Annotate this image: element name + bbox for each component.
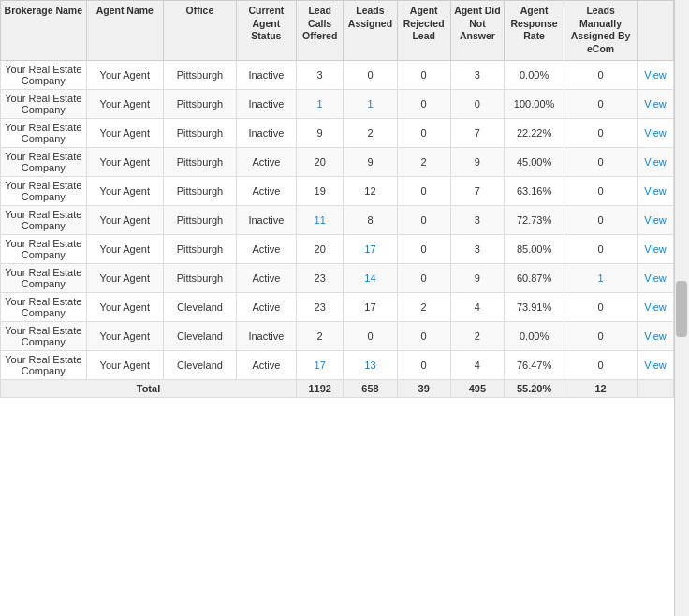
cell-office: Pittsburgh xyxy=(164,205,237,234)
manual-link[interactable]: 1 xyxy=(598,272,604,284)
assigned-link[interactable]: 14 xyxy=(364,272,375,284)
col-header-agent: Agent Name xyxy=(86,1,163,61)
cell-status: Active xyxy=(236,350,296,379)
view-link[interactable]: View xyxy=(644,243,667,255)
cell-view[interactable]: View xyxy=(637,205,673,234)
view-link[interactable]: View xyxy=(644,272,667,284)
cell-manual: 0 xyxy=(564,60,638,89)
cell-response: 63.16% xyxy=(505,176,564,205)
cell-view[interactable]: View xyxy=(637,176,673,205)
view-link[interactable]: View xyxy=(644,214,667,226)
cell-noanswer: 0 xyxy=(450,89,504,118)
cell-noanswer: 3 xyxy=(450,234,504,263)
col-header-view xyxy=(637,1,673,61)
header-row: Brokerage Name Agent Name Office Current… xyxy=(1,1,674,61)
assigned-link[interactable]: 13 xyxy=(364,359,375,371)
cell-calls: 2 xyxy=(296,321,343,350)
cell-noanswer: 3 xyxy=(450,205,504,234)
col-header-noanswer: Agent Did Not Answer xyxy=(450,1,504,61)
assigned-link[interactable]: 1 xyxy=(367,98,373,110)
view-link[interactable]: View xyxy=(644,301,667,313)
cell-manual: 1 xyxy=(564,263,638,292)
cell-response: 100.00% xyxy=(505,89,564,118)
cell-response: 72.73% xyxy=(505,205,564,234)
cell-calls: 3 xyxy=(296,60,343,89)
cell-noanswer: 7 xyxy=(450,118,504,147)
cell-brokerage: Your Real Estate Company xyxy=(1,60,87,89)
table-row: Your Real Estate Company Your Agent Pitt… xyxy=(1,234,674,263)
cell-agent: Your Agent xyxy=(86,321,163,350)
assigned-link[interactable]: 17 xyxy=(364,243,375,255)
cell-view[interactable]: View xyxy=(637,60,673,89)
cell-assigned: 17 xyxy=(344,292,397,321)
col-header-rejected: Agent Rejected Lead xyxy=(397,1,450,61)
col-header-status: Current Agent Status xyxy=(236,1,296,61)
cell-response: 85.00% xyxy=(505,234,564,263)
view-link[interactable]: View xyxy=(644,98,667,110)
cell-calls: 23 xyxy=(296,292,343,321)
cell-view[interactable]: View xyxy=(637,118,673,147)
table-row: Your Real Estate Company Your Agent Pitt… xyxy=(1,60,674,89)
cell-office: Cleveland xyxy=(164,292,237,321)
cell-assigned: 2 xyxy=(344,118,397,147)
col-header-brokerage: Brokerage Name xyxy=(1,1,87,61)
cell-assigned: 14 xyxy=(344,263,397,292)
view-link[interactable]: View xyxy=(644,69,667,81)
cell-agent: Your Agent xyxy=(86,350,163,379)
view-link[interactable]: View xyxy=(644,359,667,371)
scrollbar[interactable] xyxy=(674,0,689,616)
cell-view[interactable]: View xyxy=(637,89,673,118)
cell-calls: 9 xyxy=(296,118,343,147)
col-header-office: Office xyxy=(164,1,237,61)
cell-manual: 0 xyxy=(564,292,638,321)
col-header-manual: Leads Manually Assigned By eCom xyxy=(564,1,638,61)
main-container: Brokerage Name Agent Name Office Current… xyxy=(0,0,689,616)
cell-agent: Your Agent xyxy=(86,89,163,118)
total-assigned: 658 xyxy=(344,379,397,397)
cell-response: 22.22% xyxy=(505,118,564,147)
cell-status: Active xyxy=(236,176,296,205)
cell-rejected: 0 xyxy=(397,263,450,292)
cell-status: Active xyxy=(236,234,296,263)
table-row: Your Real Estate Company Your Agent Pitt… xyxy=(1,205,674,234)
cell-view[interactable]: View xyxy=(637,350,673,379)
cell-agent: Your Agent xyxy=(86,234,163,263)
col-header-calls: Lead Calls Offered xyxy=(296,1,343,61)
calls-link[interactable]: 1 xyxy=(317,98,323,110)
cell-calls: 20 xyxy=(296,147,343,176)
cell-office: Pittsburgh xyxy=(164,147,237,176)
view-link[interactable]: View xyxy=(644,330,667,342)
cell-view[interactable]: View xyxy=(637,234,673,263)
view-link[interactable]: View xyxy=(644,185,667,197)
total-noanswer: 495 xyxy=(450,379,504,397)
table-row: Your Real Estate Company Your Agent Pitt… xyxy=(1,176,674,205)
cell-rejected: 0 xyxy=(397,60,450,89)
cell-view[interactable]: View xyxy=(637,292,673,321)
table-row: Your Real Estate Company Your Agent Clev… xyxy=(1,292,674,321)
calls-link[interactable]: 17 xyxy=(315,359,326,371)
cell-assigned: 13 xyxy=(344,350,397,379)
cell-brokerage: Your Real Estate Company xyxy=(1,205,87,234)
calls-link[interactable]: 11 xyxy=(315,214,326,226)
cell-noanswer: 4 xyxy=(450,350,504,379)
cell-agent: Your Agent xyxy=(86,118,163,147)
cell-response: 45.00% xyxy=(505,147,564,176)
view-link[interactable]: View xyxy=(644,127,667,139)
total-calls: 1192 xyxy=(296,379,343,397)
total-view-empty xyxy=(637,379,673,397)
scrollbar-thumb[interactable] xyxy=(676,281,687,337)
cell-calls: 19 xyxy=(296,176,343,205)
totals-row: Total 1192 658 39 495 55.20% 12 xyxy=(1,379,674,397)
cell-calls: 11 xyxy=(296,205,343,234)
cell-view[interactable]: View xyxy=(637,321,673,350)
cell-office: Cleveland xyxy=(164,321,237,350)
cell-agent: Your Agent xyxy=(86,60,163,89)
view-link[interactable]: View xyxy=(644,156,667,168)
table-row: Your Real Estate Company Your Agent Clev… xyxy=(1,321,674,350)
cell-view[interactable]: View xyxy=(637,147,673,176)
cell-rejected: 0 xyxy=(397,205,450,234)
cell-view[interactable]: View xyxy=(637,263,673,292)
cell-status: Inactive xyxy=(236,60,296,89)
cell-assigned: 17 xyxy=(344,234,397,263)
cell-noanswer: 4 xyxy=(450,292,504,321)
